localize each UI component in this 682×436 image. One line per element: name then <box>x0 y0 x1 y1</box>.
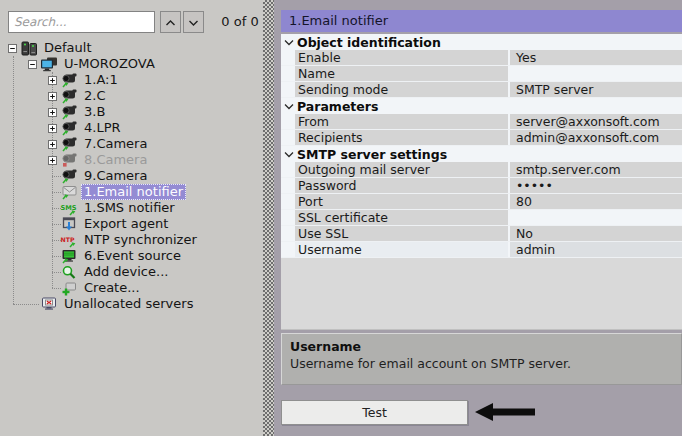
tree-item-export-agent[interactable]: Export agent <box>0 216 263 232</box>
property-row-password[interactable]: Password••••• <box>281 178 682 193</box>
property-label[interactable]: Sending mode <box>295 82 508 97</box>
chevron-down-icon[interactable] <box>284 103 294 110</box>
property-label[interactable]: Enable <box>295 50 508 65</box>
expander-plus-icon[interactable] <box>48 76 57 85</box>
search-input[interactable] <box>8 11 155 33</box>
section-header-smtp-server-settings[interactable]: SMTP server settings <box>281 146 682 162</box>
expander-spacer <box>48 284 57 293</box>
device-tree-panel: 0 of 0 DefaultU-MOROZOVA1.A:12.C3.B4.LPR… <box>0 0 263 436</box>
tree-item-label[interactable]: 1.SMS notifier <box>81 201 178 215</box>
property-label[interactable]: SSL certificate <box>295 210 508 225</box>
tree-item-unallocated-servers[interactable]: Unallocated servers <box>0 296 263 312</box>
expander-plus-icon[interactable] <box>48 140 57 149</box>
expander-spacer <box>48 236 57 245</box>
tree-item-label[interactable]: 7.Camera <box>81 137 150 151</box>
section-header-parameters[interactable]: Parameters <box>281 98 682 114</box>
expander-plus-icon[interactable] <box>48 92 57 101</box>
row-gutter <box>281 226 295 241</box>
property-value[interactable]: Yes <box>510 50 682 65</box>
tree-item-default[interactable]: Default <box>0 40 263 56</box>
expander-plus-icon[interactable] <box>48 156 57 165</box>
property-value[interactable]: admin <box>510 242 682 257</box>
tree-item-8-camera[interactable]: 8.Camera <box>0 152 263 168</box>
expander-spacer <box>48 204 57 213</box>
tree-item-label[interactable]: 4.LPR <box>81 121 124 135</box>
property-value[interactable]: 80 <box>510 194 682 209</box>
tree-item-ntp-synchronizer[interactable]: NTPNTP synchronizer <box>0 232 263 248</box>
property-value[interactable]: server@axxonsoft.com <box>510 114 682 129</box>
tree-item-9-camera[interactable]: 9.Camera <box>0 168 263 184</box>
tree-item-2-c[interactable]: 2.C <box>0 88 263 104</box>
property-label[interactable]: Password <box>295 178 508 193</box>
property-label[interactable]: Recipients <box>295 130 508 145</box>
property-row-from[interactable]: Fromserver@axxonsoft.com <box>281 114 682 129</box>
tree-item-label[interactable]: 1.A:1 <box>81 73 121 87</box>
tree-item-1-email-notifier[interactable]: 1.Email notifier <box>0 184 263 200</box>
tree-item-7-camera[interactable]: 7.Camera <box>0 136 263 152</box>
chevron-down-icon[interactable] <box>284 151 294 158</box>
expander-minus-icon[interactable] <box>8 44 17 53</box>
tree-item-label[interactable]: Add device... <box>81 265 171 279</box>
search-next-button[interactable] <box>183 11 204 33</box>
camera-icon <box>60 121 78 136</box>
property-row-port[interactable]: Port80 <box>281 194 682 209</box>
tree-item-label[interactable]: Create... <box>81 281 143 295</box>
property-value[interactable]: admin@axxonsoft.com <box>510 130 682 145</box>
section-label: Object identification <box>297 35 441 50</box>
arrow-left-icon <box>474 401 536 423</box>
email-icon <box>60 185 78 200</box>
tree-item-create[interactable]: Create... <box>0 280 263 296</box>
property-label[interactable]: Username <box>295 242 508 257</box>
property-row-use-ssl[interactable]: Use SSLNo <box>281 226 682 241</box>
property-row-recipients[interactable]: Recipientsadmin@axxonsoft.com <box>281 130 682 145</box>
expander-minus-icon[interactable] <box>28 60 37 69</box>
property-value[interactable] <box>510 210 682 225</box>
tree-item-6-event-source[interactable]: 6.Event source <box>0 248 263 264</box>
property-label[interactable]: Port <box>295 194 508 209</box>
tree-item-3-b[interactable]: 3.B <box>0 104 263 120</box>
tree-item-1-a-1[interactable]: 1.A:1 <box>0 72 263 88</box>
row-gutter <box>281 130 295 145</box>
tree-item-label[interactable]: Default <box>41 41 95 55</box>
property-label[interactable]: From <box>295 114 508 129</box>
row-gutter <box>281 162 295 177</box>
chevron-down-icon[interactable] <box>284 39 294 46</box>
property-description-text: Username for email account on SMTP serve… <box>290 356 673 371</box>
row-gutter <box>281 178 295 193</box>
property-label[interactable]: Name <box>295 66 508 81</box>
property-value[interactable] <box>510 66 682 81</box>
tree-item-label[interactable]: 9.Camera <box>81 169 150 183</box>
tree-item-label[interactable]: 6.Event source <box>81 249 184 263</box>
property-value[interactable]: smtp.server.com <box>510 162 682 177</box>
tree-item-label[interactable]: 2.C <box>81 89 108 103</box>
tree-item-label[interactable]: 8.Camera <box>81 153 150 167</box>
expander-plus-icon[interactable] <box>48 124 57 133</box>
property-row-ssl-certificate[interactable]: SSL certificate <box>281 210 682 225</box>
tree-item-label[interactable]: 3.B <box>81 105 108 119</box>
tree-item-u-morozova[interactable]: U-MOROZOVA <box>0 56 263 72</box>
tree-item-1-sms-notifier[interactable]: SMS1.SMS notifier <box>0 200 263 216</box>
property-label[interactable]: Use SSL <box>295 226 508 241</box>
tree-item-4-lpr[interactable]: 4.LPR <box>0 120 263 136</box>
property-row-name[interactable]: Name <box>281 66 682 81</box>
camera-icon <box>60 89 78 104</box>
tree-item-label[interactable]: Unallocated servers <box>61 297 196 311</box>
property-value[interactable]: SMTP server <box>510 82 682 97</box>
property-row-sending-mode[interactable]: Sending modeSMTP server <box>281 82 682 97</box>
property-value[interactable]: No <box>510 226 682 241</box>
tree-item-label[interactable]: 1.Email notifier <box>81 184 186 200</box>
tree-item-label[interactable]: NTP synchronizer <box>81 233 200 247</box>
property-row-enable[interactable]: EnableYes <box>281 50 682 65</box>
property-row-outgoing-mail-server[interactable]: Outgoing mail serversmtp.server.com <box>281 162 682 177</box>
tree-item-add-device[interactable]: Add device... <box>0 264 263 280</box>
tree-item-label[interactable]: Export agent <box>81 217 171 231</box>
tree-item-label[interactable]: U-MOROZOVA <box>61 57 158 71</box>
search-prev-button[interactable] <box>160 11 181 33</box>
expander-plus-icon[interactable] <box>48 108 57 117</box>
section-header-object-identification[interactable]: Object identification <box>281 34 682 50</box>
property-label[interactable]: Outgoing mail server <box>295 162 508 177</box>
property-row-username[interactable]: Usernameadmin <box>281 242 682 257</box>
property-value[interactable]: ••••• <box>510 178 682 193</box>
test-button[interactable]: Test <box>281 400 468 425</box>
panel-splitter[interactable] <box>263 0 274 436</box>
